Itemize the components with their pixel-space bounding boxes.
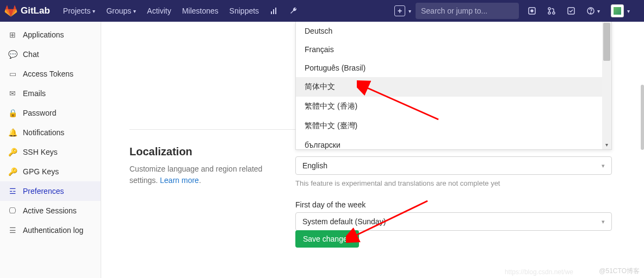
gitlab-logo-icon [4, 4, 17, 17]
language-option-de[interactable]: Deutsch [296, 22, 611, 40]
key-icon: 🔑 [8, 167, 17, 176]
bell-icon: 🔔 [8, 128, 17, 137]
language-option-zhtw[interactable]: 繁體中文 (臺灣) [296, 116, 611, 136]
chevron-down-icon: ▾ [92, 8, 95, 14]
user-menu[interactable]: ▾ [605, 4, 635, 17]
email-icon: ✉ [8, 89, 17, 98]
language-select-value: English [302, 161, 327, 170]
monitor-icon: 🖵 [8, 206, 17, 215]
sidebar-item-label: Emails [23, 89, 46, 98]
section-title: Localization [129, 146, 276, 158]
sidebar-item-label: Applications [23, 30, 64, 39]
nav-milestones[interactable]: Milestones [177, 0, 224, 22]
merge-requests-icon[interactable] [542, 7, 561, 15]
watermark-51cto: @51CTO博客 [599, 267, 640, 276]
issues-icon[interactable] [522, 7, 542, 15]
nav-activity[interactable]: Activity [141, 0, 176, 22]
language-option-bg[interactable]: български [296, 136, 611, 150]
nav-snippets[interactable]: Snippets [224, 0, 264, 22]
watermark-csdn: https://blog.csdn.net/we [505, 268, 573, 276]
chevron-down-icon: ▾ [602, 162, 605, 169]
save-changes-button[interactable]: Save changes [295, 230, 359, 248]
analytics-icon[interactable] [264, 7, 284, 15]
sidebar-item-label: SSH Keys [23, 148, 58, 156]
first-day-label: First day of the week [295, 200, 612, 209]
applications-icon: ⊞ [8, 30, 17, 39]
avatar [611, 4, 624, 17]
svg-point-7 [548, 8, 550, 10]
dropdown-scrollbar-thumb[interactable] [603, 23, 610, 61]
section-description: Customize language and region related se… [129, 163, 276, 186]
svg-point-6 [531, 10, 533, 12]
key-icon: 🔑 [8, 148, 17, 156]
first-day-select[interactable]: System default (Sunday) ▾ [295, 212, 612, 231]
lock-icon: 🔒 [8, 109, 17, 117]
sidebar-item-label: Preferences [23, 187, 64, 195]
admin-wrench-icon[interactable] [284, 7, 304, 15]
language-option-zhcn[interactable]: 简体中文 [296, 77, 611, 97]
token-icon: ▭ [8, 70, 17, 78]
chat-icon: 💬 [8, 50, 17, 59]
content-area: Localization Customize language and regi… [101, 22, 644, 278]
chevron-down-icon: ▾ [408, 8, 411, 14]
sidebar-item-label: Notifications [23, 128, 64, 137]
language-dropdown: Deutsch Français Português (Brasil) 简体中文… [295, 22, 612, 150]
scrollbar-thumb[interactable] [641, 85, 644, 150]
svg-rect-2 [275, 8, 276, 14]
language-option-fr[interactable]: Français [296, 40, 611, 59]
chevron-down-icon: ▾ [602, 218, 605, 225]
sidebar-item-ssh-keys[interactable]: 🔑SSH Keys [0, 142, 101, 162]
sidebar-item-access-tokens[interactable]: ▭Access Tokens [0, 64, 101, 84]
nav-groups[interactable]: Groups▾ [101, 0, 141, 22]
brand[interactable]: GitLab [4, 4, 50, 17]
chevron-down-icon: ▾ [133, 8, 136, 14]
svg-rect-0 [271, 11, 272, 14]
settings-sidebar: ⊞Applications 💬Chat ▭Access Tokens ✉Emai… [0, 22, 101, 278]
first-day-value: System default (Sunday) [302, 217, 386, 226]
todos-icon[interactable] [561, 7, 581, 15]
language-option-zhhk[interactable]: 繁體中文 (香港) [296, 97, 611, 116]
svg-point-12 [590, 12, 591, 13]
svg-point-9 [553, 12, 555, 14]
sidebar-item-preferences[interactable]: ☲Preferences [0, 181, 101, 201]
chevron-down-icon: ▾ [627, 8, 630, 14]
sidebar-item-emails[interactable]: ✉Emails [0, 84, 101, 103]
sidebar-item-label: Password [23, 109, 56, 117]
sidebar-item-authentication-log[interactable]: ☰Authentication log [0, 220, 101, 240]
sidebar-item-gpg-keys[interactable]: 🔑GPG Keys [0, 162, 101, 181]
nav-groups-label: Groups [106, 7, 131, 15]
dropdown-scroll-down-icon[interactable]: ▾ [602, 140, 611, 149]
nav-projects[interactable]: Projects▾ [58, 0, 101, 22]
sidebar-item-label: Access Tokens [23, 70, 73, 78]
log-icon: ☰ [8, 226, 17, 235]
sidebar-item-applications[interactable]: ⊞Applications [0, 25, 101, 45]
sidebar-item-chat[interactable]: 💬Chat [0, 45, 101, 64]
nav-activity-label: Activity [147, 7, 171, 15]
sidebar-item-label: Chat [23, 50, 39, 59]
top-navbar: GitLab Projects▾ Groups▾ Activity Milest… [0, 0, 644, 22]
help-dropdown[interactable]: ▾ [581, 7, 605, 15]
nav-snippets-label: Snippets [230, 7, 259, 15]
svg-rect-1 [273, 9, 274, 14]
learn-more-link[interactable]: Learn more [160, 176, 199, 185]
sidebar-item-label: Authentication log [23, 226, 83, 235]
brand-text: GitLab [21, 5, 50, 16]
sidebar-item-notifications[interactable]: 🔔Notifications [0, 123, 101, 142]
nav-milestones-label: Milestones [182, 7, 219, 15]
new-dropdown[interactable]: + ▾ [394, 5, 411, 16]
svg-point-8 [548, 12, 550, 14]
plus-icon: + [394, 5, 405, 16]
nav-projects-label: Projects [63, 7, 91, 15]
preferences-icon: ☲ [8, 187, 17, 195]
chevron-down-icon: ▾ [597, 8, 600, 14]
sidebar-item-password[interactable]: 🔒Password [0, 103, 101, 123]
language-select[interactable]: English ▾ [295, 156, 612, 175]
language-hint: This feature is experimental and transla… [295, 179, 612, 187]
sidebar-item-active-sessions[interactable]: 🖵Active Sessions [0, 201, 101, 220]
sidebar-item-label: GPG Keys [23, 167, 59, 176]
language-option-ptbr[interactable]: Português (Brasil) [296, 59, 611, 77]
search-input[interactable] [421, 7, 516, 15]
sidebar-item-label: Active Sessions [23, 206, 77, 215]
search-box[interactable] [416, 3, 519, 19]
